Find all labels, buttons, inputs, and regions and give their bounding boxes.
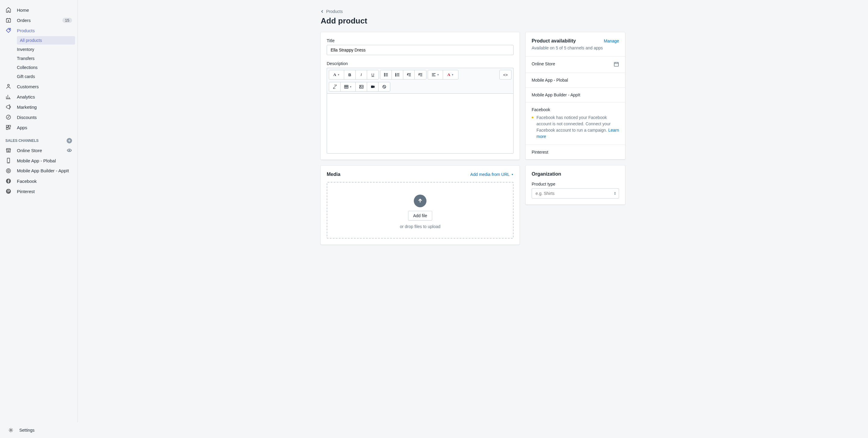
media-title: Media xyxy=(327,172,340,177)
underline-button[interactable]: U xyxy=(367,70,378,79)
availability-facebook: Facebook Facebook has noticed your Faceb… xyxy=(526,102,625,144)
channel-online-store[interactable]: Online Store xyxy=(2,145,75,156)
media-dropzone[interactable]: Add file or drop files to upload xyxy=(327,182,514,239)
sales-channels-header: SALES CHANNELS xyxy=(2,133,75,145)
channel-name: Online Store xyxy=(532,62,555,66)
channel-name: Mobile App Builder - AppIt xyxy=(532,93,580,97)
breadcrumb-label: Products xyxy=(326,9,343,14)
title-input[interactable] xyxy=(327,45,514,55)
product-type-input[interactable] xyxy=(532,188,619,199)
subnav-all-products[interactable]: All products xyxy=(17,36,75,44)
svg-rect-4 xyxy=(6,125,8,127)
nav-settings[interactable]: Settings xyxy=(2,422,78,438)
nav-home[interactable]: Home xyxy=(2,5,75,15)
text-color-button[interactable]: A▼ xyxy=(443,70,458,79)
left-column: Title Description A▼ B I U xyxy=(321,32,520,250)
orders-icon xyxy=(5,17,11,23)
drop-hint: or drop files to upload xyxy=(333,224,507,229)
app-root: Home Orders 15 Products All products Inv… xyxy=(0,0,868,438)
view-store-icon[interactable] xyxy=(67,147,72,153)
nav-label: Customers xyxy=(17,84,72,89)
channel-label: Online Store xyxy=(17,148,67,153)
nav-orders[interactable]: Orders 15 xyxy=(2,15,75,25)
svg-rect-6 xyxy=(6,128,8,130)
availability-online-store: Online Store xyxy=(526,56,625,73)
indent-button[interactable] xyxy=(415,70,426,79)
svg-point-7 xyxy=(69,150,70,151)
availability-card: Product availability Manage Available on… xyxy=(526,32,625,159)
svg-point-2 xyxy=(7,85,9,86)
main-content: Products Add product Title Description xyxy=(78,0,868,438)
add-media-url-button[interactable]: Add media from URL▼ xyxy=(470,172,514,177)
subnav-gift-cards[interactable]: Gift cards xyxy=(14,72,75,81)
image-button[interactable] xyxy=(355,82,367,91)
home-icon xyxy=(5,7,11,13)
channel-label: Mobile App - Plobal xyxy=(17,158,72,163)
sidebar: Home Orders 15 Products All products Inv… xyxy=(0,0,78,438)
nav-marketing[interactable]: Marketing xyxy=(2,102,75,112)
clear-format-button[interactable] xyxy=(378,82,390,91)
font-style-button[interactable]: A▼ xyxy=(329,70,344,79)
nav-apps[interactable]: Apps xyxy=(2,122,75,133)
add-file-button[interactable]: Add file xyxy=(408,211,433,221)
svg-point-15 xyxy=(384,74,385,75)
manage-availability-button[interactable]: Manage xyxy=(604,39,619,43)
bullet-list-button[interactable] xyxy=(380,70,392,79)
channel-label: Mobile App Builder - AppIt xyxy=(17,168,72,174)
table-button[interactable]: ▼ xyxy=(341,82,355,91)
content-cols: Title Description A▼ B I U xyxy=(321,32,625,250)
svg-point-12 xyxy=(6,189,11,194)
channel-name: Pinterest xyxy=(532,150,548,155)
channel-facebook[interactable]: Facebook xyxy=(2,176,75,186)
svg-point-22 xyxy=(361,86,361,87)
subnav-inventory[interactable]: Inventory xyxy=(14,45,75,54)
breadcrumb[interactable]: Products xyxy=(321,9,625,14)
nav-label: Marketing xyxy=(17,104,72,110)
code-view-button[interactable]: <> xyxy=(500,70,511,79)
align-button[interactable]: ▼ xyxy=(428,70,443,79)
svg-point-16 xyxy=(384,76,385,76)
title-card: Title Description A▼ B I U xyxy=(321,32,520,160)
number-list-button[interactable]: 123 xyxy=(392,70,403,79)
page-title: Add product xyxy=(321,16,625,26)
italic-button[interactable]: I xyxy=(355,70,367,79)
nav-label: Home xyxy=(17,7,72,13)
nav-discounts[interactable]: Discounts xyxy=(2,112,75,122)
svg-text:3: 3 xyxy=(396,75,396,76)
channel-pinterest[interactable]: Pinterest xyxy=(2,186,75,196)
organization-card: Organization Product type ▲▼ xyxy=(526,165,625,205)
editor-toolbar: A▼ B I U 123 xyxy=(327,68,514,93)
nav-label: Apps xyxy=(17,125,72,130)
analytics-icon xyxy=(5,94,11,100)
svg-rect-25 xyxy=(614,62,618,66)
video-button[interactable] xyxy=(367,82,378,91)
apps-icon xyxy=(5,125,11,130)
add-channel-button[interactable] xyxy=(67,138,72,143)
settings-icon xyxy=(8,427,14,433)
organization-title: Organization xyxy=(532,171,619,177)
availability-subtitle: Available on 5 of 5 channels and apps xyxy=(532,45,619,50)
channel-name: Facebook xyxy=(532,107,619,112)
outdent-button[interactable] xyxy=(403,70,415,79)
orders-badge: 15 xyxy=(62,18,72,23)
nav-label: Discounts xyxy=(17,115,72,120)
nav-customers[interactable]: Customers xyxy=(2,81,75,92)
nav-label: Orders xyxy=(17,18,62,23)
channel-label: Pinterest xyxy=(17,189,72,194)
calendar-icon[interactable] xyxy=(614,62,619,68)
availability-title: Product availability xyxy=(532,38,576,44)
bold-button[interactable]: B xyxy=(344,70,355,79)
media-card: Media Add media from URL▼ Add file or dr… xyxy=(321,166,520,245)
description-editor[interactable] xyxy=(327,93,514,154)
channel-appit[interactable]: Mobile App Builder - AppIt xyxy=(2,166,75,176)
nav-products[interactable]: Products xyxy=(2,25,75,36)
link-button[interactable] xyxy=(329,82,341,91)
nav-analytics[interactable]: Analytics xyxy=(2,92,75,102)
channel-plobal[interactable]: Mobile App - Plobal xyxy=(2,156,75,166)
channel-name: Mobile App - Plobal xyxy=(532,78,568,82)
subnav-transfers[interactable]: Transfers xyxy=(14,54,75,63)
settings-label: Settings xyxy=(19,428,35,433)
subnav-collections[interactable]: Collections xyxy=(14,63,75,72)
availability-appit: Mobile App Builder - AppIt xyxy=(526,87,625,102)
marketing-icon xyxy=(5,104,11,110)
